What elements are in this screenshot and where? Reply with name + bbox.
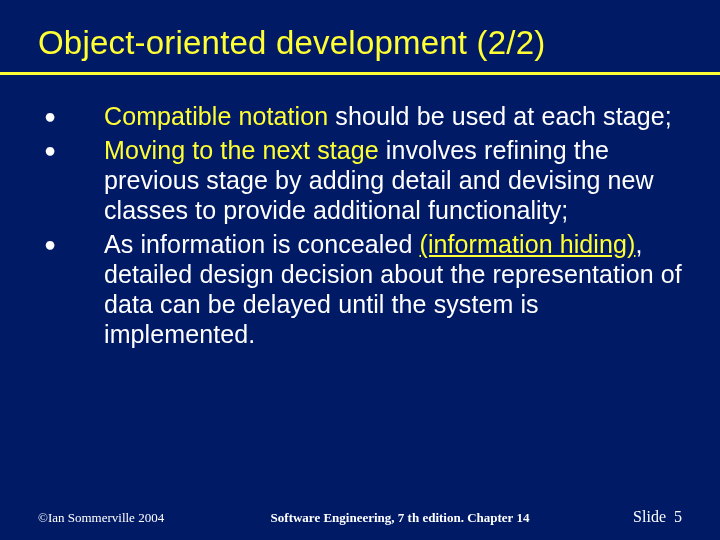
list-item: ● Moving to the next stage involves refi… xyxy=(38,135,682,225)
slide-footer: ©Ian Sommerville 2004 Software Engineeri… xyxy=(0,508,720,526)
slide-body: ● Compatible notation should be used at … xyxy=(0,75,720,349)
slide-title: Object-oriented development (2/2) xyxy=(0,0,720,72)
body-text: should be used at each stage; xyxy=(328,102,672,130)
bullet-text: As information is concealed (information… xyxy=(104,229,682,349)
slide-label: Slide xyxy=(633,508,666,525)
list-item: ● Compatible notation should be used at … xyxy=(38,101,682,131)
bullet-icon: ● xyxy=(38,229,104,259)
bullet-icon: ● xyxy=(38,101,104,131)
bullet-icon: ● xyxy=(38,135,104,165)
list-item: ● As information is concealed (informati… xyxy=(38,229,682,349)
highlight-underlined-text: (information hiding) xyxy=(419,230,635,258)
footer-slide-number: Slide 5 xyxy=(562,508,720,526)
bullet-text: Moving to the next stage involves refini… xyxy=(104,135,682,225)
slide-number: 5 xyxy=(674,508,682,525)
highlight-text: Compatible notation xyxy=(104,102,328,130)
highlight-text: Moving to the next stage xyxy=(104,136,379,164)
footer-copyright: ©Ian Sommerville 2004 xyxy=(0,510,238,526)
body-text: As information is concealed xyxy=(104,230,419,258)
bullet-text: Compatible notation should be used at ea… xyxy=(104,101,682,131)
bullet-list: ● Compatible notation should be used at … xyxy=(38,101,682,349)
footer-chapter: Software Engineering, 7 th edition. Chap… xyxy=(238,510,562,526)
